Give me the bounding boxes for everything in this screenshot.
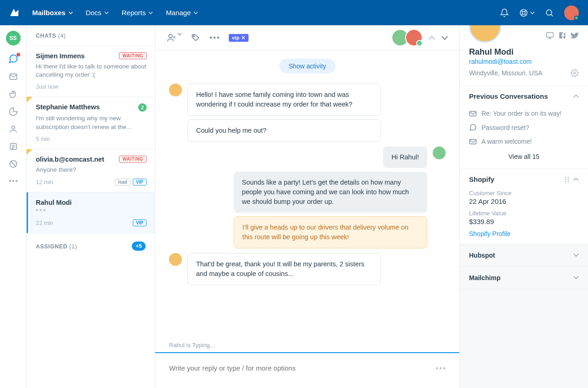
- customer-avatar: [469, 25, 501, 43]
- nav-manage-label: Manage: [166, 9, 191, 17]
- message-group: Hi Rahul!Sounds like a party! Let's get …: [169, 146, 446, 248]
- prevconv-item-text: A warm welcome!: [481, 138, 532, 145]
- next-conversation-icon[interactable]: [441, 35, 448, 40]
- prevconv-item[interactable]: Re: Your order is on its way!: [469, 107, 579, 120]
- chat-item-preview: I'm still wondering why my new subscript…: [36, 114, 147, 131]
- hubspot-panel[interactable]: Hubspot: [460, 244, 588, 267]
- reply-area: [155, 352, 459, 388]
- iconbar-chats[interactable]: [8, 54, 18, 64]
- shopify-header[interactable]: Shopify: [460, 169, 588, 190]
- chevron-up-icon: [573, 95, 579, 98]
- nav-docs-label: Docs: [86, 9, 102, 17]
- assigned-label: ASSIGNED: [36, 243, 68, 250]
- chevron-down-icon: [68, 11, 73, 14]
- ltv-value: $339.89: [469, 218, 579, 225]
- reply-input[interactable]: [169, 364, 435, 372]
- svg-point-2: [546, 10, 552, 15]
- chat-item[interactable]: Rahul Modi22 minVIP: [27, 192, 155, 233]
- chat-item[interactable]: Stephanie Matthews2I'm still wondering w…: [27, 97, 155, 149]
- chat-item-time: 22 min: [36, 220, 53, 226]
- nav-manage[interactable]: Manage: [166, 9, 198, 17]
- chat-item-name: Sijmen Immens: [36, 52, 85, 60]
- bubble-column: Hi Rahul!Sounds like a party! Let's get …: [234, 146, 427, 248]
- assigned-plus-badge[interactable]: +5: [132, 242, 146, 251]
- app-logo[interactable]: [9, 8, 19, 18]
- current-user-avatar[interactable]: [564, 6, 579, 20]
- iconbar-block[interactable]: [9, 159, 18, 169]
- chevron-down-icon: [193, 11, 198, 14]
- assigned-header[interactable]: ASSIGNED (1) +5: [27, 233, 155, 259]
- profile-card: Rahul Modi rahulmodi@toast.com Windyvill…: [460, 25, 588, 86]
- notifications-icon[interactable]: [500, 8, 509, 17]
- svg-point-4: [11, 126, 15, 129]
- iconbar-reports[interactable]: [9, 107, 18, 116]
- vip-tag[interactable]: vip ✕: [229, 34, 249, 42]
- show-activity-button[interactable]: Show activity: [279, 59, 335, 73]
- note-bubble: I'll give a heads up to our drivers that…: [234, 216, 427, 248]
- topbar-left: Mailboxes Docs Reports Manage: [9, 8, 198, 18]
- prevconv-item[interactable]: Password reset?: [469, 120, 579, 135]
- svg-point-11: [193, 35, 195, 37]
- conv-toolbar-right: ✓: [395, 29, 448, 46]
- assignee-avatar-2[interactable]: ✓: [405, 29, 423, 46]
- svg-point-16: [440, 367, 441, 369]
- reply-more-icon[interactable]: [435, 367, 446, 370]
- viewall-link[interactable]: View all 15: [469, 148, 579, 162]
- workspace-badge[interactable]: SS: [6, 31, 21, 45]
- chat-item[interactable]: Sijmen ImmensWAITINGHi there I'd like to…: [27, 46, 155, 97]
- iconbar-archive[interactable]: [9, 142, 18, 151]
- desktop-icon[interactable]: [546, 32, 554, 39]
- prev-conversation-icon[interactable]: [428, 35, 435, 40]
- shopify-profile-link[interactable]: Shopify Profile: [469, 230, 579, 237]
- facebook-icon[interactable]: [559, 32, 566, 39]
- check-icon: ✓: [416, 40, 423, 46]
- tag-icon[interactable]: [191, 33, 200, 42]
- unread-dot: [17, 53, 20, 56]
- iconbar-people[interactable]: [9, 124, 18, 134]
- chat-item-name: Rahul Modi: [36, 199, 72, 206]
- profile-social-icons: [546, 32, 579, 39]
- chevron-up-icon: [573, 178, 579, 181]
- vip-tag-remove[interactable]: ✕: [241, 35, 245, 41]
- search-icon[interactable]: [545, 8, 554, 17]
- prevconv-item[interactable]: A warm welcome!: [469, 135, 579, 148]
- outgoing-bubble: Hi Rahul!: [383, 146, 427, 168]
- waiting-badge: WAITING: [119, 52, 147, 59]
- topbar: Mailboxes Docs Reports Manage: [0, 0, 588, 25]
- conversation-panel: vip ✕ ✓ Show activity Hello! I have some…: [155, 25, 459, 388]
- svg-point-27: [568, 181, 569, 182]
- twitter-icon[interactable]: [571, 32, 579, 39]
- svg-point-10: [169, 34, 172, 38]
- main-area: SS CHATS (4) Sijmen ImmensWAITINGHi ther…: [0, 25, 588, 388]
- prevconv-header[interactable]: Previous Conversations: [460, 86, 588, 107]
- iconbar-mail[interactable]: [9, 72, 18, 81]
- vip-tag-text: vip: [232, 35, 239, 40]
- iconbar-hand[interactable]: [9, 90, 18, 99]
- iconbar-more[interactable]: [9, 180, 18, 182]
- tag-pill: VIP: [133, 219, 147, 226]
- svg-point-12: [210, 37, 212, 39]
- tag-pill: lead: [115, 179, 130, 186]
- assign-user-icon[interactable]: [166, 33, 182, 43]
- prevconv-title: Previous Conversations: [469, 92, 548, 100]
- conversation-body: Show activity Hello! I have some family …: [155, 51, 459, 338]
- chevron-down-icon: [530, 11, 535, 14]
- nav-mailboxes[interactable]: Mailboxes: [32, 9, 73, 17]
- settings-icon[interactable]: [571, 69, 579, 77]
- incoming-bubble: Could you help me out?: [187, 119, 381, 142]
- chat-item[interactable]: olivia.b@comcast.netWAITINGAnyone there?…: [27, 149, 155, 192]
- chatlist-header-label: CHATS: [36, 33, 56, 39]
- chat-item-tags: VIP: [133, 219, 147, 226]
- svg-point-8: [12, 180, 14, 182]
- nav-docs[interactable]: Docs: [86, 9, 109, 17]
- chevron-down-icon: [573, 276, 579, 280]
- more-options-icon[interactable]: [209, 36, 220, 39]
- help-icon[interactable]: [519, 8, 535, 17]
- drag-handle-icon[interactable]: [564, 176, 570, 183]
- nav-reports[interactable]: Reports: [122, 9, 153, 17]
- mailchimp-panel[interactable]: Mailchimp: [460, 267, 588, 289]
- svg-point-13: [214, 37, 215, 39]
- nav-reports-label: Reports: [122, 9, 146, 17]
- customer-email[interactable]: rahulmodi@toast.com: [469, 58, 579, 65]
- chevron-down-icon: [148, 11, 153, 14]
